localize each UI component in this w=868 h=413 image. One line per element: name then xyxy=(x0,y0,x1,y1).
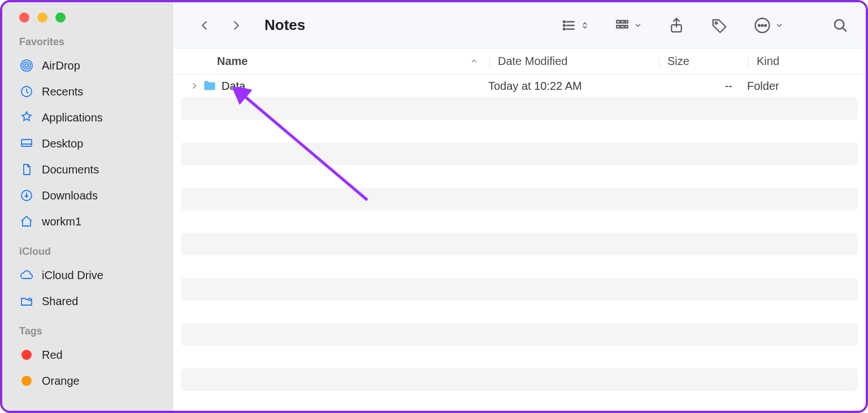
window-controls xyxy=(2,10,172,36)
sidebar-item-documents[interactable]: Documents xyxy=(2,156,172,182)
minimize-window-button[interactable] xyxy=(37,12,47,23)
updown-icon xyxy=(581,21,589,29)
svg-point-6 xyxy=(29,298,31,301)
list-view-icon xyxy=(562,18,576,33)
svg-point-21 xyxy=(765,24,766,26)
column-header-name[interactable]: Name xyxy=(173,55,489,68)
empty-row xyxy=(181,346,858,368)
share-icon xyxy=(668,17,685,34)
svg-rect-11 xyxy=(621,20,624,23)
sidebar-heading-favorites: Favorites xyxy=(2,36,172,53)
sidebar-heading-tags: Tags xyxy=(2,325,172,342)
column-header-date[interactable]: Date Modified xyxy=(489,55,659,68)
empty-row xyxy=(181,301,858,323)
empty-row xyxy=(181,165,858,188)
view-mode-list[interactable] xyxy=(562,18,589,33)
sidebar-item-label: Documents xyxy=(42,161,99,178)
icloud-icon xyxy=(19,268,34,282)
column-label: Size xyxy=(667,55,689,67)
sidebar-item-label: Red xyxy=(42,346,63,363)
sidebar-item-label: Orange xyxy=(42,372,80,389)
sidebar-item-home[interactable]: workm1 xyxy=(2,208,172,234)
sidebar-item-shared[interactable]: Shared xyxy=(2,288,172,314)
applications-icon xyxy=(19,110,34,125)
column-label: Name xyxy=(217,55,248,68)
sidebar-item-airdrop[interactable]: AirDrop xyxy=(2,53,172,79)
sidebar-item-icloud-drive[interactable]: iCloud Drive xyxy=(2,262,172,288)
sidebar-item-tag-orange[interactable]: Orange xyxy=(2,368,172,394)
downloads-icon xyxy=(19,188,34,203)
svg-point-7 xyxy=(563,21,565,23)
empty-row xyxy=(181,210,858,233)
sidebar-item-label: Recents xyxy=(42,83,83,100)
column-label: Kind xyxy=(757,55,779,67)
chevron-down-icon xyxy=(775,21,783,29)
maximize-window-button[interactable] xyxy=(55,12,66,23)
file-list[interactable]: Data Today at 10:22 AM -- Folder xyxy=(173,75,866,411)
column-header-size[interactable]: Size xyxy=(659,55,748,68)
sidebar-item-tag-red[interactable]: Red xyxy=(2,342,172,368)
more-icon xyxy=(754,17,771,34)
tag-dot-red-icon xyxy=(19,347,34,362)
svg-rect-14 xyxy=(621,25,624,28)
documents-icon xyxy=(19,162,34,177)
recents-icon xyxy=(19,84,34,99)
sidebar-item-label: Applications xyxy=(42,109,103,126)
sidebar-item-desktop[interactable]: Desktop xyxy=(2,131,172,156)
svg-point-17 xyxy=(715,21,718,24)
column-header-kind[interactable]: Kind xyxy=(748,55,866,68)
home-icon xyxy=(19,214,34,229)
tag-icon xyxy=(711,17,728,34)
main-area: Notes xyxy=(173,2,866,411)
column-header-row: Name Date Modified Size Kind xyxy=(173,49,866,75)
shared-folder-icon xyxy=(19,294,34,308)
svg-rect-10 xyxy=(617,20,619,23)
disclosure-triangle[interactable] xyxy=(188,82,201,90)
svg-rect-4 xyxy=(21,140,32,146)
actions-button[interactable] xyxy=(754,17,783,34)
sidebar-item-label: Downloads xyxy=(42,187,98,204)
desktop-icon xyxy=(19,136,34,151)
empty-row xyxy=(181,97,858,120)
file-name: Data xyxy=(222,80,488,93)
sort-caret-icon xyxy=(470,55,478,68)
svg-point-1 xyxy=(23,62,31,69)
toolbar: Notes xyxy=(173,2,866,49)
empty-row xyxy=(181,142,858,165)
sidebar-item-recents[interactable]: Recents xyxy=(2,79,172,105)
empty-row xyxy=(181,278,858,301)
empty-row xyxy=(181,323,858,346)
tag-dot-orange-icon xyxy=(19,373,34,388)
folder-icon xyxy=(202,79,217,93)
svg-rect-13 xyxy=(617,25,619,28)
sidebar-item-label: workm1 xyxy=(42,213,81,230)
sidebar-heading-icloud: iCloud xyxy=(2,246,172,262)
empty-row xyxy=(181,120,858,142)
sidebar-item-label: AirDrop xyxy=(42,57,80,74)
sidebar: Favorites AirDrop Recents Applications D… xyxy=(2,2,173,411)
file-row[interactable]: Data Today at 10:22 AM -- Folder xyxy=(181,75,858,97)
chevron-down-icon xyxy=(634,21,642,29)
file-size: -- xyxy=(658,80,747,93)
svg-point-0 xyxy=(25,64,28,67)
tags-button[interactable] xyxy=(711,17,728,34)
svg-point-9 xyxy=(563,28,565,30)
sidebar-item-downloads[interactable]: Downloads xyxy=(2,182,172,208)
search-button[interactable] xyxy=(832,17,849,34)
empty-row xyxy=(181,255,858,278)
empty-row xyxy=(181,233,858,255)
share-button[interactable] xyxy=(668,17,685,34)
back-button[interactable] xyxy=(196,16,214,34)
sidebar-item-label: Desktop xyxy=(42,135,83,152)
file-kind: Folder xyxy=(747,80,858,93)
group-by-button[interactable] xyxy=(615,18,642,33)
empty-row xyxy=(181,188,858,210)
column-label: Date Modified xyxy=(498,55,567,67)
airdrop-icon xyxy=(19,58,34,73)
close-window-button[interactable] xyxy=(19,12,29,23)
svg-rect-15 xyxy=(625,25,627,28)
forward-button[interactable] xyxy=(227,16,245,34)
svg-rect-12 xyxy=(625,20,627,23)
sidebar-item-applications[interactable]: Applications xyxy=(2,105,172,131)
empty-row xyxy=(181,368,858,391)
